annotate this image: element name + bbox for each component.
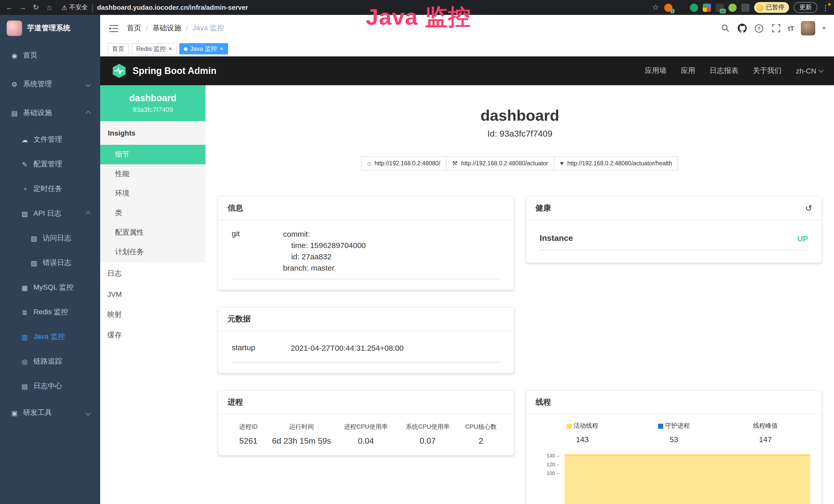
- doc-icon: ▤: [21, 382, 29, 390]
- sba-menu-caches[interactable]: 缓存: [100, 325, 205, 346]
- close-icon[interactable]: ×: [169, 46, 172, 52]
- chrome-update-button[interactable]: 更新: [794, 2, 817, 13]
- omnibox-divider: |: [91, 3, 93, 12]
- instance-link-health[interactable]: ♥ http://192.168.0.2:48080/actuator/heal…: [554, 156, 678, 170]
- sidebar-item-file-manage[interactable]: ☁ 文件管理: [0, 127, 100, 152]
- sba-menu-section: Insights: [100, 121, 205, 145]
- extension-grid-icon[interactable]: [703, 3, 711, 12]
- sba-nav-journal[interactable]: 日志报表: [710, 66, 739, 75]
- cloud-icon: ☁: [21, 136, 29, 143]
- hamburger-icon[interactable]: [108, 23, 119, 33]
- search-icon[interactable]: [720, 23, 730, 33]
- breadcrumb-home[interactable]: 首页: [127, 24, 141, 33]
- history-icon[interactable]: ↺: [805, 203, 812, 213]
- sidebar-item-log-center[interactable]: ▤ 日志中心: [0, 374, 100, 398]
- legend-live-threads: 活动线程 143: [536, 421, 628, 444]
- page-subtitle: Id: 93a3fc7f7409: [205, 129, 834, 139]
- home-icon[interactable]: ⌂: [45, 0, 53, 15]
- app-sidebar: 芋道管理系统 ◉ 首页 ⚙ 系统管理 ▤ 基础设施 ☁ 文件管理 ✎: [0, 15, 100, 504]
- extension-drop-icon[interactable]: [677, 3, 685, 12]
- sba-menu-logs[interactable]: 日志: [100, 264, 205, 284]
- sidebar-item-infra[interactable]: ▤ 基础设施: [0, 98, 100, 127]
- monitor-icon: ▥: [21, 333, 29, 341]
- reload-icon[interactable]: ↻: [32, 0, 40, 15]
- health-card-title: 健康: [535, 203, 551, 213]
- process-col-uptime: 运行时间 6d 23h 15m 59s: [268, 422, 335, 446]
- tag-home[interactable]: 首页: [107, 43, 129, 54]
- tag-java-monitor[interactable]: Java 监控 ×: [179, 43, 228, 54]
- forward-icon[interactable]: →: [19, 0, 27, 15]
- extension-leaf-icon[interactable]: [728, 3, 737, 12]
- help-icon[interactable]: ?: [754, 23, 764, 33]
- sba-menu-details[interactable]: 细节: [100, 145, 205, 164]
- avatar-caret-icon[interactable]: [822, 27, 826, 29]
- process-card: 进程 进程ID 5261 运行时间: [218, 390, 514, 456]
- sidebar-item-error-logs[interactable]: ▨ 错误日志: [0, 251, 100, 275]
- app-logo-row[interactable]: 芋道管理系统: [0, 15, 100, 41]
- sba-menu-config-props[interactable]: 配置属性: [100, 223, 205, 243]
- back-icon[interactable]: ←: [5, 0, 13, 15]
- sba-menu-classes[interactable]: 类: [100, 203, 205, 223]
- sba-menu-scheduled-tasks[interactable]: 计划任务: [100, 243, 205, 262]
- instance-link-actuator[interactable]: ⚒ http://192.168.0.2:48080/actuator: [446, 156, 554, 170]
- github-icon[interactable]: [737, 23, 747, 33]
- sba-nav-wallboard[interactable]: 应用墙: [645, 66, 666, 75]
- sba-menu-environment[interactable]: 环境: [100, 184, 205, 203]
- legend-peak-threads: 线程峰值 147: [720, 421, 811, 444]
- sba-instance-header[interactable]: dashboard 93a3fc7f7409: [100, 85, 205, 121]
- extension-dark-icon[interactable]: on: [716, 3, 724, 12]
- svg-text:?: ?: [758, 26, 761, 31]
- tag-redis-monitor[interactable]: Redis 监控 ×: [132, 43, 177, 54]
- bookmark-star-icon[interactable]: ☆: [651, 0, 660, 15]
- close-icon[interactable]: ×: [220, 46, 223, 52]
- gear-icon: ⚙: [10, 81, 19, 88]
- breadcrumb-infra[interactable]: 基础设施: [153, 24, 181, 33]
- sidebar-item-redis-monitor[interactable]: ≣ Redis 监控: [0, 300, 100, 324]
- breadcrumb: 首页 / 基础设施 / Java 监控: [127, 24, 224, 33]
- sba-menu-metrics[interactable]: 性能: [100, 164, 205, 184]
- wrench-icon: ⚒: [452, 160, 458, 167]
- sidebar-item-access-logs[interactable]: ▨ 访问日志: [0, 226, 100, 251]
- user-avatar[interactable]: [801, 21, 815, 36]
- sidebar-item-mysql-monitor[interactable]: ▦ MySQL 监控: [0, 275, 100, 300]
- security-label: 不安全: [69, 3, 88, 12]
- sba-locale-select[interactable]: zh-CN: [796, 67, 823, 75]
- chevron-down-icon: [86, 82, 91, 87]
- font-size-icon[interactable]: tT: [788, 24, 794, 32]
- health-row-instance[interactable]: Instance UP: [540, 234, 808, 250]
- profile-paused-badge[interactable]: 已暂停: [754, 2, 789, 13]
- sba-menu-mappings[interactable]: 映射: [100, 304, 205, 325]
- edit-icon: ✎: [21, 160, 29, 168]
- sba-sidebar: dashboard 93a3fc7f7409 Insights 细节 性能 环境…: [100, 85, 205, 504]
- browser-menu-icon[interactable]: ⋮: [822, 3, 829, 12]
- sidebar-item-system[interactable]: ⚙ 系统管理: [0, 70, 100, 98]
- sba-nav-applications[interactable]: 应用: [681, 66, 695, 75]
- extension-plug-icon[interactable]: [741, 3, 749, 12]
- sba-body: dashboard 93a3fc7f7409 Insights 细节 性能 环境…: [100, 85, 834, 504]
- warning-icon: ⚠: [62, 4, 67, 11]
- sidebar-item-dev-tools[interactable]: ▣ 研发工具: [0, 398, 100, 427]
- process-col-system-cpu: 系统CPU使用率 0.07: [397, 422, 459, 446]
- fullscreen-icon[interactable]: [771, 23, 781, 33]
- sba-menu-jvm[interactable]: JVM: [100, 284, 205, 304]
- sidebar-item-config-manage[interactable]: ✎ 配置管理: [0, 152, 100, 177]
- layers-icon: ≣: [21, 308, 29, 316]
- paused-label: 已暂停: [766, 3, 785, 12]
- address-bar[interactable]: ⚠ 不安全 | dashboard.yudao.iocoder.cn/infra…: [59, 3, 646, 12]
- sidebar-item-home[interactable]: ◉ 首页: [0, 41, 100, 70]
- sidebar-item-api-logs[interactable]: ▧ API 日志: [0, 201, 100, 226]
- sba-nav-about[interactable]: 关于我们: [753, 66, 782, 75]
- sba-brand[interactable]: Spring Boot Admin: [111, 63, 217, 78]
- instance-link-root[interactable]: ⌂ http://192.168.0.2:48080/: [361, 156, 446, 170]
- security-chip[interactable]: ⚠ 不安全: [62, 3, 88, 12]
- extension-v-icon[interactable]: [690, 3, 698, 12]
- info-card-title: 信息: [218, 197, 513, 220]
- extension-fox-icon[interactable]: 1: [664, 3, 673, 12]
- sidebar-item-tracing[interactable]: ◎ 链路追踪: [0, 349, 100, 374]
- threads-legend: 活动线程 143 守护进程 53 线程峰值: [536, 421, 811, 444]
- sidebar-item-scheduled-jobs[interactable]: ◔ 定时任务: [0, 177, 100, 201]
- chart-plot-area: [564, 453, 810, 504]
- sidebar-item-java-monitor[interactable]: ▥ Java 监控: [0, 324, 100, 349]
- app-title: 芋道管理系统: [27, 23, 70, 32]
- legend-swatch-live: [566, 423, 571, 429]
